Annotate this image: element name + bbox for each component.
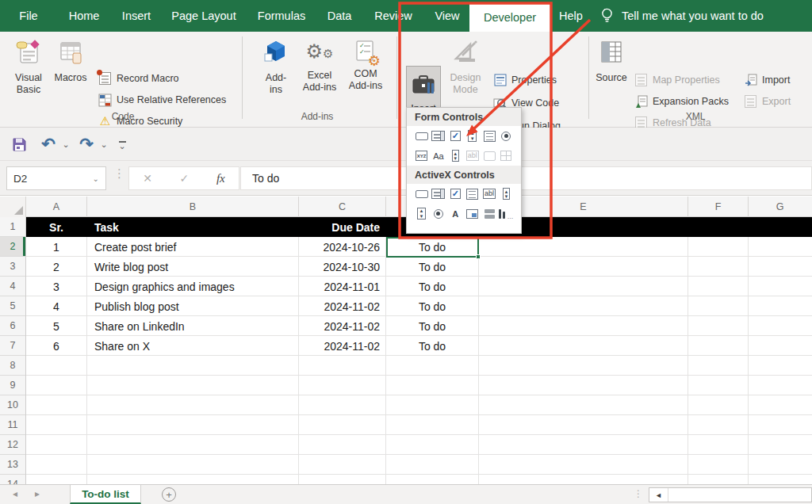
cell-b7[interactable]: Share on X: [90, 336, 296, 356]
record-macro-button[interactable]: Record Macro: [98, 70, 179, 87]
tab-view[interactable]: View: [428, 0, 466, 32]
com-add-ins-button[interactable]: ✓✓ ⚙ COM Add-ins: [343, 35, 389, 92]
activex-label-control[interactable]: A: [448, 208, 463, 220]
cell-a4[interactable]: 3: [26, 277, 86, 296]
cell-d6[interactable]: To do: [386, 316, 478, 336]
column-header-f[interactable]: F: [688, 197, 749, 217]
add-ins-button[interactable]: Add- ins: [257, 35, 295, 96]
header-cell-task[interactable]: Task: [90, 217, 296, 237]
row-header-3[interactable]: 3: [0, 257, 25, 277]
cell-a2[interactable]: 1: [26, 237, 86, 257]
new-sheet-button[interactable]: +: [162, 487, 176, 502]
activex-toggle-button-control[interactable]: [482, 208, 497, 220]
row-header-8[interactable]: 8: [0, 356, 25, 376]
tab-developer[interactable]: Developer: [469, 3, 550, 32]
row-header-6[interactable]: 6: [0, 316, 25, 336]
undo-dropdown-chevron[interactable]: ⌄: [60, 134, 71, 155]
cell-c5[interactable]: 2024-11-02: [298, 296, 385, 316]
row-header-2[interactable]: 2: [0, 237, 25, 257]
cell-d7[interactable]: To do: [386, 336, 478, 356]
undo-button[interactable]: ↶: [38, 134, 59, 155]
column-header-g[interactable]: G: [749, 197, 811, 217]
cell-a5[interactable]: 4: [26, 296, 86, 316]
tab-formulas[interactable]: Formulas: [252, 0, 311, 32]
activex-checkbox-control[interactable]: ✓: [448, 188, 463, 200]
row-header-5[interactable]: 5: [0, 296, 25, 316]
visual-basic-button[interactable]: Visual Basic: [8, 35, 49, 96]
cell-c6[interactable]: 2024-11-02: [298, 316, 385, 336]
form-button-control[interactable]: [414, 130, 429, 143]
customize-qat-button[interactable]: ⌄: [116, 134, 128, 155]
insert-function-icon[interactable]: fx: [216, 172, 225, 185]
redo-button[interactable]: ↷: [76, 134, 97, 155]
tab-data[interactable]: Data: [320, 0, 358, 32]
row-header-12[interactable]: 12: [0, 435, 25, 455]
tab-splitter-grip[interactable]: ⋮: [634, 488, 644, 499]
row-header-1[interactable]: 1: [0, 217, 25, 237]
cell-b2[interactable]: Create post brief: [90, 237, 296, 257]
form-scroll-bar-control[interactable]: ▲▼: [448, 150, 463, 162]
activex-image-control[interactable]: [465, 208, 480, 220]
row-header-11[interactable]: 11: [0, 415, 25, 435]
row-header-9[interactable]: 9: [0, 376, 25, 395]
redo-dropdown-chevron[interactable]: ⌄: [98, 134, 109, 155]
activex-spin-button-control[interactable]: ▲▼: [414, 208, 429, 220]
cell-b5[interactable]: Publish blog post: [90, 296, 296, 316]
cell-d3[interactable]: To do: [386, 257, 478, 277]
activex-list-box-control[interactable]: [465, 188, 480, 200]
form-list-box-control[interactable]: [482, 130, 497, 143]
column-header-b[interactable]: B: [87, 197, 299, 217]
tab-home[interactable]: Home: [65, 0, 103, 32]
tell-me-box[interactable]: Tell me what you want to do: [600, 0, 764, 32]
sheet-tab-to-do-list[interactable]: To-do list: [70, 485, 141, 504]
cell-a7[interactable]: 6: [26, 336, 86, 356]
form-label-control[interactable]: XYZ: [414, 150, 429, 162]
cells-area[interactable]: Sr. Task Due Date 1 Create post brief 20…: [26, 217, 812, 484]
activex-text-box-control[interactable]: abl: [482, 188, 497, 200]
horizontal-scrollbar[interactable]: ◄: [649, 487, 812, 502]
name-box[interactable]: D2 ⌄: [6, 166, 106, 190]
selected-cell-d2[interactable]: [386, 237, 479, 258]
use-relative-references-button[interactable]: Use Relative References: [98, 91, 226, 109]
cell-d5[interactable]: To do: [386, 296, 478, 316]
tab-review[interactable]: Review: [370, 0, 417, 32]
sheet-nav-right-icon[interactable]: ▸: [35, 488, 40, 499]
row-header-10[interactable]: 10: [0, 395, 25, 415]
form-checkbox-control[interactable]: ✓: [448, 130, 463, 143]
formula-input[interactable]: To do: [240, 166, 812, 190]
header-cell-sr[interactable]: Sr.: [26, 217, 86, 237]
activex-button-control[interactable]: [414, 188, 429, 200]
form-spin-button-control[interactable]: ▲▼: [465, 130, 480, 143]
cell-b3[interactable]: Write blog post: [90, 257, 296, 277]
cell-d4[interactable]: To do: [386, 277, 478, 296]
source-button[interactable]: Source: [593, 35, 630, 84]
cell-c3[interactable]: 2024-10-30: [298, 257, 385, 277]
tab-file[interactable]: File: [11, 0, 46, 32]
cell-c2[interactable]: 2024-10-26: [298, 237, 385, 257]
select-all-corner[interactable]: [0, 197, 26, 217]
column-header-a[interactable]: A: [26, 197, 87, 217]
macros-button[interactable]: Macros: [51, 35, 90, 84]
form-option-button-control[interactable]: [499, 130, 514, 143]
expansion-packs-button[interactable]: Expansion Packs: [634, 93, 729, 110]
tab-page-layout[interactable]: Page Layout: [170, 0, 238, 32]
row-header-7[interactable]: 7: [0, 336, 25, 356]
cell-a6[interactable]: 5: [26, 316, 86, 336]
cell-c4[interactable]: 2024-11-01: [298, 277, 385, 296]
cell-b4[interactable]: Design graphics and images: [90, 277, 296, 296]
cancel-icon[interactable]: ✕: [143, 172, 152, 185]
save-button[interactable]: [10, 134, 29, 155]
excel-add-ins-button[interactable]: ⚙⚙ Excel Add-ins: [298, 35, 341, 94]
form-text-control[interactable]: Aa: [431, 150, 446, 162]
row-header-4[interactable]: 4: [0, 277, 25, 296]
activex-more-controls[interactable]: …: [499, 208, 514, 220]
sheet-nav-left-icon[interactable]: ◂: [13, 488, 17, 499]
scroll-left-icon[interactable]: ◄: [649, 488, 668, 502]
cell-a3[interactable]: 2: [26, 257, 86, 277]
cell-b6[interactable]: Share on LinkedIn: [90, 316, 296, 336]
row-header-13[interactable]: 13: [0, 455, 25, 475]
header-cell-due-date[interactable]: Due Date: [298, 217, 385, 237]
tab-insert[interactable]: Insert: [116, 0, 157, 32]
cell-c7[interactable]: 2024-11-02: [298, 336, 385, 356]
column-header-c[interactable]: C: [299, 197, 386, 217]
